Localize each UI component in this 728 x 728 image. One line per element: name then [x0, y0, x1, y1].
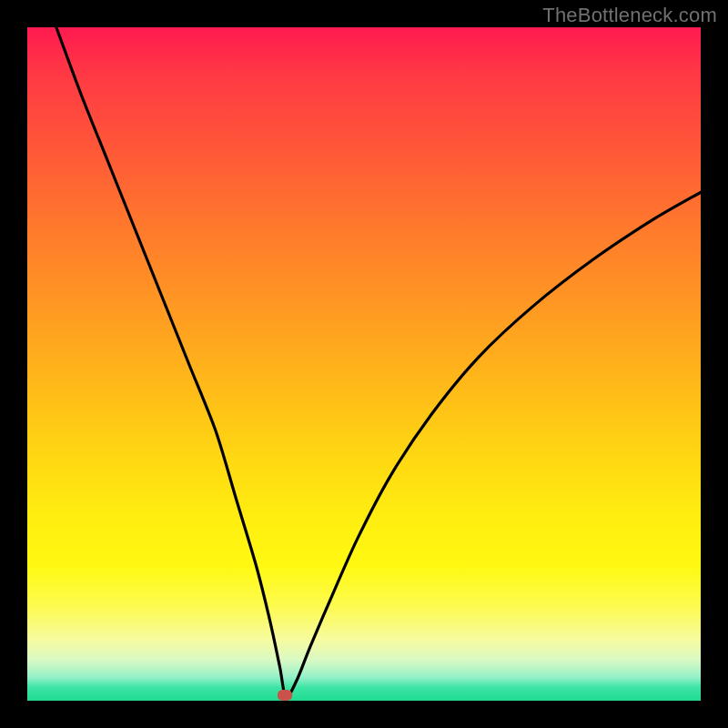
- watermark-text: TheBottleneck.com: [542, 4, 717, 27]
- plot-area: [27, 27, 701, 701]
- bottleneck-curve: [27, 27, 701, 701]
- optimal-point-marker: [278, 690, 292, 701]
- chart-frame: TheBottleneck.com: [0, 0, 728, 728]
